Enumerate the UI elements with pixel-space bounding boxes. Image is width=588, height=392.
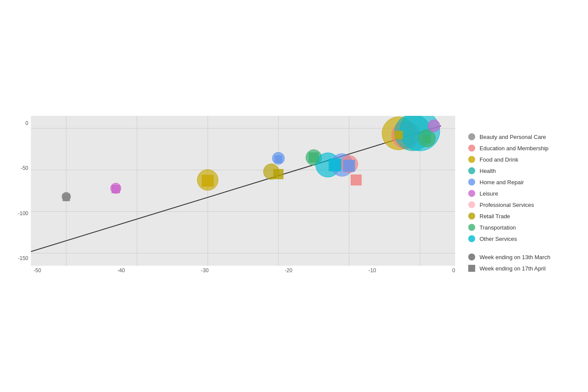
svg-point-25: [428, 120, 440, 132]
legend-item: Beauty and Personal Care: [468, 133, 577, 140]
legend-item: Home and Repair: [468, 179, 577, 186]
legend-shape-symbol: [468, 253, 475, 260]
plot-background: [31, 116, 455, 266]
legend-circle-symbol: [468, 145, 475, 152]
svg-rect-29: [274, 169, 283, 179]
legend-item: Other Services: [468, 235, 577, 242]
legend-shape-label: Week ending on 13th March: [480, 254, 550, 260]
x-tick: 0: [452, 267, 455, 274]
legend-label: Other Services: [480, 236, 517, 242]
y-tick: -150: [18, 255, 28, 261]
legend-circle-symbol: [468, 133, 475, 140]
legend-label: Retail Trade: [480, 213, 510, 220]
legend-item: Retail Trade: [468, 213, 577, 220]
svg-rect-35: [395, 131, 402, 139]
legend-circle-symbol: [468, 190, 475, 197]
scatter-plot: [31, 116, 455, 266]
legend-item: Transportation: [468, 224, 577, 231]
legend-item: Leisure: [468, 190, 577, 197]
y-ticks: 0-50-100-150: [14, 116, 31, 266]
chart-container: 0-50-100-150 -50-40-30-20-100 Beauty and…: [11, 9, 577, 383]
legend-shape-symbol: [468, 265, 475, 272]
legend-label: Leisure: [480, 190, 498, 197]
svg-rect-32: [329, 159, 341, 171]
legend-label: Professional Services: [480, 202, 534, 208]
legend-label: Food and Drink: [480, 156, 518, 163]
legend-label: Beauty and Personal Care: [480, 134, 546, 140]
plot-and-legend: 0-50-100-150 -50-40-30-20-100 Beauty and…: [14, 116, 577, 276]
x-tick: -20: [285, 267, 292, 274]
x-tick: -40: [117, 267, 125, 274]
legend-item: Health: [468, 167, 577, 174]
svg-rect-36: [423, 135, 431, 143]
svg-rect-28: [202, 175, 213, 186]
legend-item: Professional Services: [468, 201, 577, 208]
legend-item: Food and Drink: [468, 156, 577, 163]
x-tick: -30: [201, 267, 209, 274]
legend-circle-symbol: [468, 224, 475, 231]
svg-line-10: [31, 126, 441, 252]
legend-label: Health: [480, 168, 496, 174]
legend-label: Education and Membership: [480, 145, 548, 152]
legend-label: Home and Repair: [480, 179, 524, 186]
y-tick: -50: [21, 165, 28, 171]
legend: Beauty and Personal CareEducation and Me…: [455, 116, 577, 276]
x-tick: -50: [34, 267, 41, 274]
x-ticks: -50-40-30-20-100: [34, 267, 455, 274]
legend-circle-symbol: [468, 167, 475, 174]
svg-rect-34: [351, 175, 362, 185]
legend-circle-symbol: [468, 235, 475, 242]
legend-circle-symbol: [468, 179, 475, 186]
plot-with-yaxis: 0-50-100-150: [14, 116, 455, 266]
y-tick: 0: [25, 120, 28, 126]
svg-rect-33: [344, 160, 355, 172]
legend-circle-symbol: [468, 156, 475, 163]
x-tick: -10: [368, 267, 376, 274]
svg-rect-30: [275, 155, 282, 162]
plot-section: 0-50-100-150 -50-40-30-20-100: [14, 116, 455, 276]
legend-circle-symbol: [468, 201, 475, 208]
legend-shape-item: Week ending on 17th April: [468, 265, 577, 272]
legend-shape-item: Week ending on 13th March: [468, 253, 577, 260]
svg-rect-31: [309, 153, 318, 162]
svg-rect-27: [112, 185, 120, 193]
y-tick: -100: [18, 210, 28, 216]
svg-rect-26: [63, 194, 70, 201]
legend-label: Transportation: [480, 224, 516, 231]
legend-item: Education and Membership: [468, 145, 577, 152]
legend-circle-symbol: [468, 213, 475, 220]
legend-shape-label: Week ending on 17th April: [480, 265, 546, 272]
